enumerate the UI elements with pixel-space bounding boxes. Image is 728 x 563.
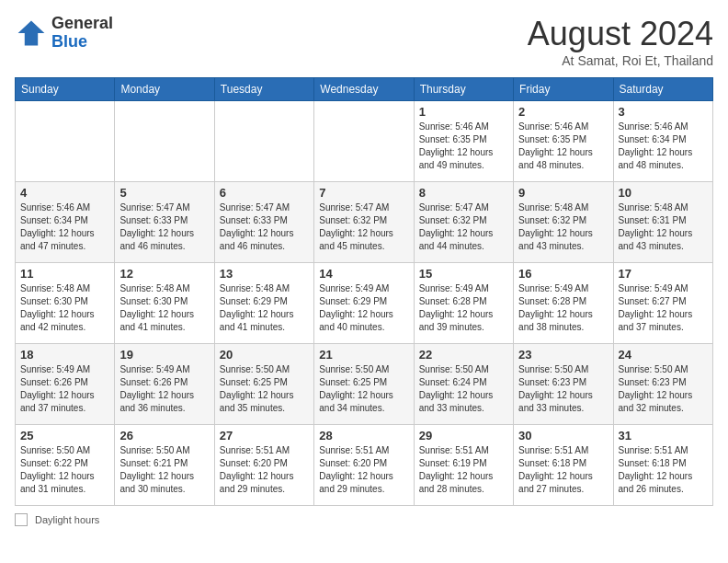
day-of-week-header: Sunday xyxy=(16,78,115,101)
calendar-day-cell: 21Sunrise: 5:50 AM Sunset: 6:25 PM Dayli… xyxy=(314,344,414,425)
day-info: Sunrise: 5:50 AM Sunset: 6:25 PM Dayligh… xyxy=(319,363,408,415)
calendar-week-row: 1Sunrise: 5:46 AM Sunset: 6:35 PM Daylig… xyxy=(16,101,713,182)
day-info: Sunrise: 5:50 AM Sunset: 6:25 PM Dayligh… xyxy=(220,363,309,415)
day-number: 3 xyxy=(619,105,708,119)
calendar-day-cell: 20Sunrise: 5:50 AM Sunset: 6:25 PM Dayli… xyxy=(214,344,313,425)
day-number: 29 xyxy=(419,429,508,442)
daylight-label: Daylight hours xyxy=(35,514,99,525)
day-number: 13 xyxy=(220,267,309,281)
logo-icon xyxy=(15,17,48,50)
day-number: 22 xyxy=(419,348,508,362)
day-of-week-header: Wednesday xyxy=(314,78,414,101)
day-number: 30 xyxy=(518,429,608,442)
calendar-day-cell xyxy=(115,101,214,182)
calendar-day-cell: 18Sunrise: 5:49 AM Sunset: 6:26 PM Dayli… xyxy=(16,344,115,425)
calendar-week-row: 25Sunrise: 5:50 AM Sunset: 6:22 PM Dayli… xyxy=(16,425,713,506)
day-number: 9 xyxy=(518,186,608,200)
day-info: Sunrise: 5:46 AM Sunset: 6:35 PM Dayligh… xyxy=(419,121,508,172)
calendar-week-row: 4Sunrise: 5:46 AM Sunset: 6:34 PM Daylig… xyxy=(16,182,713,263)
calendar-day-cell: 31Sunrise: 5:51 AM Sunset: 6:18 PM Dayli… xyxy=(613,425,712,506)
day-info: Sunrise: 5:51 AM Sunset: 6:19 PM Dayligh… xyxy=(419,444,508,496)
calendar-footer: Daylight hours xyxy=(15,513,713,526)
day-number: 10 xyxy=(619,186,708,200)
calendar-day-cell: 8Sunrise: 5:47 AM Sunset: 6:32 PM Daylig… xyxy=(414,182,513,263)
day-number: 18 xyxy=(20,348,109,362)
day-number: 7 xyxy=(319,186,408,200)
calendar-week-row: 18Sunrise: 5:49 AM Sunset: 6:26 PM Dayli… xyxy=(16,344,713,425)
calendar-table: SundayMondayTuesdayWednesdayThursdayFrid… xyxy=(15,77,713,506)
day-number: 11 xyxy=(20,267,109,281)
day-info: Sunrise: 5:50 AM Sunset: 6:22 PM Dayligh… xyxy=(20,444,109,496)
day-info: Sunrise: 5:48 AM Sunset: 6:29 PM Dayligh… xyxy=(220,282,309,334)
logo-general: General xyxy=(51,14,113,32)
daylight-box xyxy=(15,513,28,526)
calendar-day-cell: 14Sunrise: 5:49 AM Sunset: 6:29 PM Dayli… xyxy=(314,263,414,344)
day-number: 23 xyxy=(518,348,608,362)
calendar-day-cell: 17Sunrise: 5:49 AM Sunset: 6:27 PM Dayli… xyxy=(613,263,712,344)
day-info: Sunrise: 5:51 AM Sunset: 6:18 PM Dayligh… xyxy=(619,444,708,496)
day-number: 6 xyxy=(220,186,309,200)
day-info: Sunrise: 5:48 AM Sunset: 6:30 PM Dayligh… xyxy=(20,282,109,334)
day-number: 24 xyxy=(619,348,708,362)
calendar-day-cell: 25Sunrise: 5:50 AM Sunset: 6:22 PM Dayli… xyxy=(16,425,115,506)
calendar-day-cell: 16Sunrise: 5:49 AM Sunset: 6:28 PM Dayli… xyxy=(514,263,613,344)
day-of-week-header: Tuesday xyxy=(214,78,313,101)
day-number: 20 xyxy=(220,348,309,362)
logo: General Blue xyxy=(15,15,113,52)
day-number: 26 xyxy=(119,429,209,442)
calendar-day-cell: 1Sunrise: 5:46 AM Sunset: 6:35 PM Daylig… xyxy=(414,101,513,182)
calendar-day-cell xyxy=(314,101,414,182)
calendar-day-cell: 5Sunrise: 5:47 AM Sunset: 6:33 PM Daylig… xyxy=(115,182,214,263)
calendar-day-cell: 15Sunrise: 5:49 AM Sunset: 6:28 PM Dayli… xyxy=(414,263,513,344)
day-info: Sunrise: 5:51 AM Sunset: 6:20 PM Dayligh… xyxy=(319,444,408,496)
day-of-week-header: Friday xyxy=(514,78,613,101)
calendar-day-cell: 7Sunrise: 5:47 AM Sunset: 6:32 PM Daylig… xyxy=(314,182,414,263)
calendar-header-row: SundayMondayTuesdayWednesdayThursdayFrid… xyxy=(16,78,713,101)
day-info: Sunrise: 5:49 AM Sunset: 6:26 PM Dayligh… xyxy=(119,363,209,415)
day-number: 21 xyxy=(319,348,408,362)
calendar-day-cell: 19Sunrise: 5:49 AM Sunset: 6:26 PM Dayli… xyxy=(115,344,214,425)
calendar-day-cell xyxy=(16,101,115,182)
day-number: 12 xyxy=(119,267,209,281)
day-info: Sunrise: 5:50 AM Sunset: 6:23 PM Dayligh… xyxy=(619,363,708,415)
day-number: 5 xyxy=(119,186,209,200)
day-info: Sunrise: 5:46 AM Sunset: 6:34 PM Dayligh… xyxy=(619,121,708,172)
calendar-day-cell: 29Sunrise: 5:51 AM Sunset: 6:19 PM Dayli… xyxy=(414,425,513,506)
day-number: 28 xyxy=(319,429,408,442)
page-header: General Blue August 2024 At Samat, Roi E… xyxy=(15,15,713,68)
calendar-day-cell: 12Sunrise: 5:48 AM Sunset: 6:30 PM Dayli… xyxy=(115,263,214,344)
day-info: Sunrise: 5:46 AM Sunset: 6:34 PM Dayligh… xyxy=(20,201,109,253)
day-number: 19 xyxy=(119,348,209,362)
day-number: 15 xyxy=(419,267,508,281)
calendar-day-cell: 10Sunrise: 5:48 AM Sunset: 6:31 PM Dayli… xyxy=(613,182,712,263)
calendar-day-cell: 24Sunrise: 5:50 AM Sunset: 6:23 PM Dayli… xyxy=(613,344,712,425)
day-number: 14 xyxy=(319,267,408,281)
logo-blue: Blue xyxy=(51,32,87,51)
day-info: Sunrise: 5:49 AM Sunset: 6:28 PM Dayligh… xyxy=(518,282,608,334)
location-subtitle: At Samat, Roi Et, Thailand xyxy=(528,53,713,68)
day-info: Sunrise: 5:49 AM Sunset: 6:27 PM Dayligh… xyxy=(619,282,708,334)
day-info: Sunrise: 5:49 AM Sunset: 6:26 PM Dayligh… xyxy=(20,363,109,415)
calendar-day-cell: 30Sunrise: 5:51 AM Sunset: 6:18 PM Dayli… xyxy=(514,425,613,506)
day-info: Sunrise: 5:48 AM Sunset: 6:32 PM Dayligh… xyxy=(518,201,608,253)
day-number: 25 xyxy=(20,429,109,442)
day-info: Sunrise: 5:47 AM Sunset: 6:33 PM Dayligh… xyxy=(119,201,209,253)
calendar-day-cell: 26Sunrise: 5:50 AM Sunset: 6:21 PM Dayli… xyxy=(115,425,214,506)
calendar-day-cell: 23Sunrise: 5:50 AM Sunset: 6:23 PM Dayli… xyxy=(514,344,613,425)
calendar-day-cell: 9Sunrise: 5:48 AM Sunset: 6:32 PM Daylig… xyxy=(514,182,613,263)
day-info: Sunrise: 5:51 AM Sunset: 6:20 PM Dayligh… xyxy=(220,444,309,496)
calendar-day-cell: 11Sunrise: 5:48 AM Sunset: 6:30 PM Dayli… xyxy=(16,263,115,344)
day-info: Sunrise: 5:47 AM Sunset: 6:32 PM Dayligh… xyxy=(419,201,508,253)
day-number: 1 xyxy=(419,105,508,119)
calendar-day-cell: 28Sunrise: 5:51 AM Sunset: 6:20 PM Dayli… xyxy=(314,425,414,506)
day-info: Sunrise: 5:48 AM Sunset: 6:31 PM Dayligh… xyxy=(619,201,708,253)
calendar-day-cell: 3Sunrise: 5:46 AM Sunset: 6:34 PM Daylig… xyxy=(613,101,712,182)
calendar-day-cell: 27Sunrise: 5:51 AM Sunset: 6:20 PM Dayli… xyxy=(214,425,313,506)
day-info: Sunrise: 5:46 AM Sunset: 6:35 PM Dayligh… xyxy=(518,121,608,172)
day-number: 17 xyxy=(619,267,708,281)
day-info: Sunrise: 5:51 AM Sunset: 6:18 PM Dayligh… xyxy=(518,444,608,496)
title-section: August 2024 At Samat, Roi Et, Thailand xyxy=(528,15,713,68)
day-number: 2 xyxy=(518,105,608,119)
day-info: Sunrise: 5:49 AM Sunset: 6:28 PM Dayligh… xyxy=(419,282,508,334)
month-year-title: August 2024 xyxy=(528,15,713,53)
